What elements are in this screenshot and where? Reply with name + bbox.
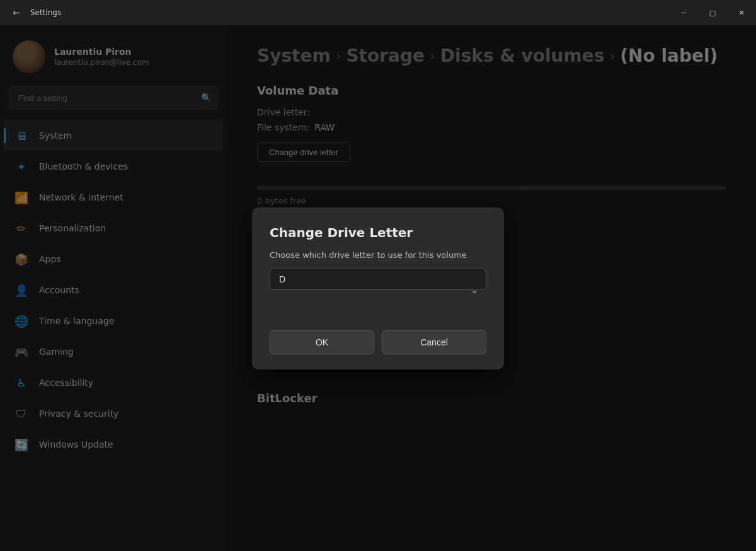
dialog-ok-button[interactable]: OK bbox=[270, 330, 374, 354]
dialog-desc: Choose which drive letter to use for thi… bbox=[270, 250, 486, 260]
drive-letter-select-wrapper: CDEFGH bbox=[270, 269, 486, 310]
titlebar: ← Settings ─ □ ✕ bbox=[0, 0, 756, 25]
app-title: Settings bbox=[30, 8, 61, 17]
dialog-overlay: Change Drive Letter Choose which drive l… bbox=[0, 25, 756, 551]
drive-letter-select[interactable]: CDEFGH bbox=[270, 269, 486, 290]
dialog-actions: OK Cancel bbox=[270, 330, 486, 354]
minimize-button[interactable]: ─ bbox=[669, 0, 698, 25]
maximize-button[interactable]: □ bbox=[698, 0, 727, 25]
dialog-title: Change Drive Letter bbox=[270, 225, 486, 240]
window-controls: ─ □ ✕ bbox=[669, 0, 756, 25]
close-button[interactable]: ✕ bbox=[727, 0, 756, 25]
back-button[interactable]: ← bbox=[8, 4, 25, 21]
dialog-cancel-button[interactable]: Cancel bbox=[382, 330, 486, 354]
back-icon: ← bbox=[13, 8, 20, 18]
change-drive-letter-dialog: Change Drive Letter Choose which drive l… bbox=[252, 207, 504, 369]
